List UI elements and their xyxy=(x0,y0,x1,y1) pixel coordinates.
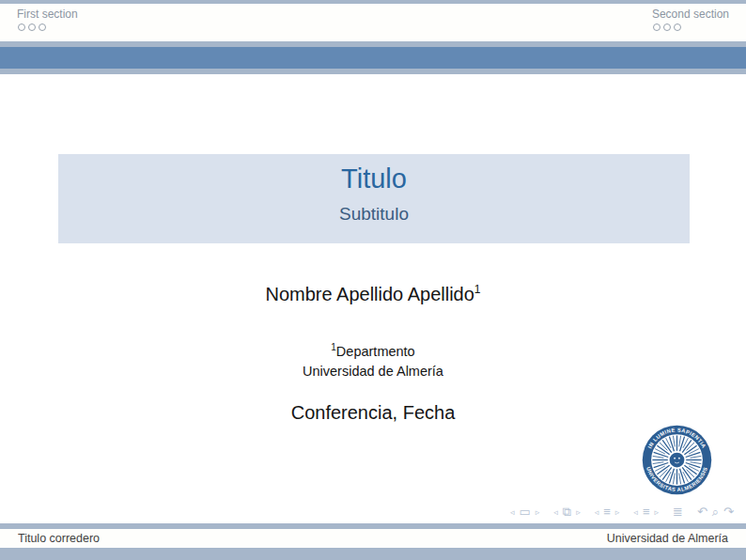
slide-dot[interactable] xyxy=(28,23,36,31)
nav-next-slide-icon[interactable]: ▹ xyxy=(536,506,540,519)
title-box: Titulo Subtitulo xyxy=(58,154,690,243)
seal-sun-eye xyxy=(674,458,676,459)
presentation-subtitle: Subtitulo xyxy=(58,204,690,225)
nav-frame-icon[interactable]: ⧉ xyxy=(563,506,571,519)
nav-next-section-icon[interactable]: ▹ xyxy=(654,506,659,519)
nav-next-frame-icon[interactable]: ▹ xyxy=(576,506,581,519)
section-second-label[interactable]: Second section xyxy=(652,8,729,21)
nav-slide-icon[interactable]: ▭ xyxy=(520,506,531,519)
author-line: Nombre Apellido Apellido1 xyxy=(0,283,746,305)
section-second-dots xyxy=(652,23,729,31)
section-navigation-bar: First section Second section xyxy=(0,4,746,41)
section-second[interactable]: Second section xyxy=(652,8,729,31)
footer: Titulo corredero Universidad de Almería xyxy=(0,523,746,560)
institute-department: Departmento xyxy=(336,344,415,359)
institute-department-line: 1Departmento xyxy=(0,337,746,362)
nav-prev-frame-icon[interactable]: ◃ xyxy=(553,506,558,519)
slide-dot[interactable] xyxy=(674,23,681,31)
slide-dot[interactable] xyxy=(653,23,661,31)
seal-sun-eye xyxy=(678,458,680,459)
author-name: Nombre Apellido Apellido xyxy=(265,284,474,304)
nav-prev-subsection-icon[interactable]: ◃ xyxy=(595,506,599,519)
conference-date-line: Conferencia, Fecha xyxy=(0,402,746,424)
header-band-light-bottom xyxy=(0,69,746,74)
nav-section-icon[interactable]: ≡ xyxy=(643,506,650,519)
university-seal-logo: IN LUMINE SAPIENTIA UNIVERSITAS ALMERIEN… xyxy=(642,425,712,495)
beamer-navigation-bar: ◃ ▭ ▹ ◃ ⧉ ▹ ◃ ≡ ▹ ◃ ≡ ▹ ≣ ↶ ⌕ ↷ xyxy=(510,506,734,519)
seal-sun-face xyxy=(670,453,685,468)
presentation-title: Titulo xyxy=(58,154,690,194)
nav-prev-section-icon[interactable]: ◃ xyxy=(633,506,638,519)
footer-short-title: Titulo corredero xyxy=(18,532,100,545)
footer-band-light-bottom xyxy=(0,548,746,560)
header-band-dark xyxy=(0,47,746,69)
nav-back-icon[interactable]: ↶ xyxy=(697,506,707,519)
nav-slide-group: ◃ ▭ ▹ xyxy=(510,506,539,519)
section-first-label[interactable]: First section xyxy=(17,8,78,21)
nav-search-icon[interactable]: ⌕ xyxy=(712,506,719,519)
beamer-slide: First section Second section Titulo Subt… xyxy=(0,0,746,560)
nav-next-subsection-icon[interactable]: ▹ xyxy=(615,506,620,519)
slide-dot[interactable] xyxy=(39,23,46,31)
footer-institution: Universidad de Almería xyxy=(607,532,728,545)
nav-history-group: ↶ ⌕ ↷ xyxy=(697,506,734,519)
nav-subsection-group: ◃ ≡ ▹ xyxy=(595,506,620,519)
institute-university: Universidad de Almería xyxy=(0,362,746,381)
nav-document-group: ≣ xyxy=(673,506,683,519)
nav-section-group: ◃ ≡ ▹ xyxy=(633,506,659,519)
nav-forward-icon[interactable]: ↷ xyxy=(723,506,734,519)
slide-dot[interactable] xyxy=(18,23,25,31)
nav-prev-slide-icon[interactable]: ◃ xyxy=(510,506,515,519)
section-first[interactable]: First section xyxy=(17,8,78,31)
author-affiliation-mark: 1 xyxy=(474,283,481,296)
section-first-dots xyxy=(17,23,78,31)
nav-document-icon[interactable]: ≣ xyxy=(673,506,683,519)
nav-subsection-icon[interactable]: ≡ xyxy=(603,506,611,519)
institute-block: 1Departmento Universidad de Almería xyxy=(0,337,746,381)
nav-frame-group: ◃ ⧉ ▹ xyxy=(553,506,580,519)
footer-row: Titulo corredero Universidad de Almería xyxy=(0,529,746,548)
slide-dot[interactable] xyxy=(663,23,671,31)
